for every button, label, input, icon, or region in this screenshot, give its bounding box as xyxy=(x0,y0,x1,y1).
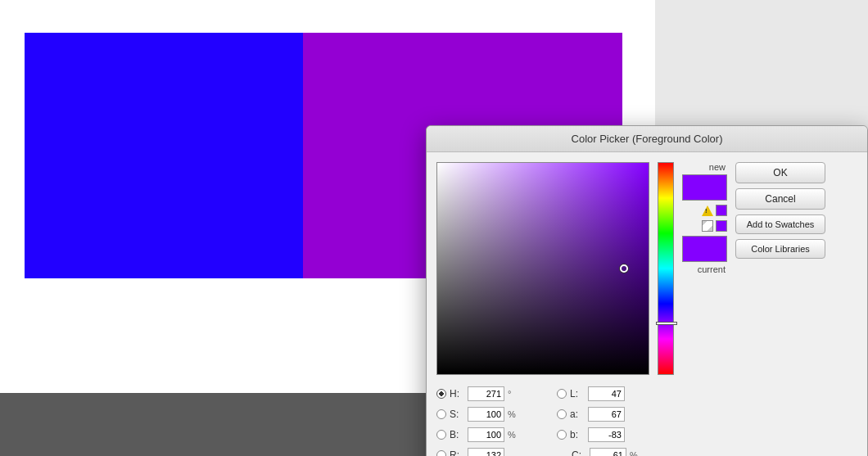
h-input[interactable] xyxy=(468,386,504,401)
red-radio[interactable] xyxy=(436,450,446,456)
h-label: H: xyxy=(450,388,464,400)
b-label: B: xyxy=(450,429,464,440)
sat-field-row: S: % xyxy=(436,405,519,423)
color-gradient-picker[interactable] xyxy=(436,162,649,375)
hue-radio[interactable] xyxy=(436,389,446,399)
a-label: a: xyxy=(570,409,585,420)
bright-field-row: B: % xyxy=(436,426,519,444)
red-field-row: R: xyxy=(436,446,519,456)
gamut-color-icon[interactable] xyxy=(716,205,727,216)
current-label: current xyxy=(698,264,726,274)
new-label: new xyxy=(709,162,726,172)
b-lab-label: b: xyxy=(570,429,585,440)
web-color-swatch-icon[interactable] xyxy=(716,220,727,232)
hue-slider[interactable] xyxy=(658,162,674,375)
l-input[interactable] xyxy=(588,386,625,401)
sat-radio[interactable] xyxy=(436,409,446,419)
lab-cmyk-fields: L: a: b: C: % xyxy=(557,385,641,456)
b-unit: % xyxy=(508,430,519,440)
hue-cursor xyxy=(656,322,677,325)
gradient-dark xyxy=(437,163,649,374)
s-label: S: xyxy=(450,409,464,420)
b-lab-field-row: b: xyxy=(557,426,641,444)
a-field-row: a: xyxy=(557,405,641,423)
b-input[interactable] xyxy=(468,427,504,442)
out-of-gamut-warning-icon[interactable] xyxy=(702,205,713,216)
hue-slider-container xyxy=(658,162,674,375)
hsb-rgb-fields: H: ° S: % B: % R: xyxy=(436,385,519,456)
r-label: R: xyxy=(450,449,464,456)
c-label: C: xyxy=(572,449,586,456)
l-radio[interactable] xyxy=(557,389,567,399)
b-lab-radio[interactable] xyxy=(557,430,567,440)
r-input[interactable] xyxy=(468,448,504,456)
c-input[interactable] xyxy=(590,448,626,456)
h-unit: ° xyxy=(508,389,519,399)
swatch-new xyxy=(682,174,727,201)
web-colors-icon[interactable] xyxy=(702,220,713,232)
cancel-button[interactable]: Cancel xyxy=(735,188,825,210)
canvas-blue-rect xyxy=(25,33,303,278)
buttons-column: OK Cancel Add to Swatches Color Librarie… xyxy=(735,162,825,375)
c-field-row: C: % xyxy=(557,446,641,456)
a-input[interactable] xyxy=(588,407,625,422)
c-unit: % xyxy=(630,450,641,456)
swatch-current xyxy=(682,236,727,262)
swatch-section: new current xyxy=(682,162,727,375)
l-label: L: xyxy=(570,388,585,400)
all-fields: H: ° S: % B: % R: xyxy=(427,385,867,456)
color-libraries-button[interactable]: Color Libraries xyxy=(735,239,825,259)
s-input[interactable] xyxy=(468,407,504,422)
ok-button[interactable]: OK xyxy=(735,162,825,183)
color-picker-dialog: Color Picker (Foreground Color) new xyxy=(426,125,868,456)
s-unit: % xyxy=(508,409,519,419)
l-field-row: L: xyxy=(557,385,641,403)
bright-radio[interactable] xyxy=(436,430,446,440)
add-to-swatches-button[interactable]: Add to Swatches xyxy=(735,214,825,234)
hue-field-row: H: ° xyxy=(436,385,519,403)
dialog-title: Color Picker (Foreground Color) xyxy=(427,126,867,152)
b-lab-input[interactable] xyxy=(588,427,625,442)
a-radio[interactable] xyxy=(557,409,567,419)
dialog-body: new current OK Cancel Add to Swatches Co… xyxy=(427,152,867,385)
